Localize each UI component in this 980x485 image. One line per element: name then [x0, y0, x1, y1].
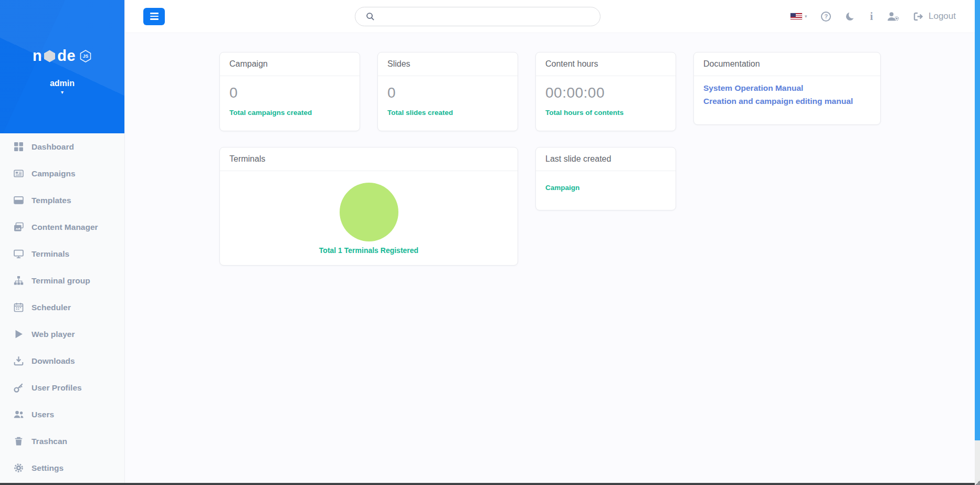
card-title: Campaign [220, 52, 360, 76]
dashboard-content: Campaign 0 Total campaigns created Slide… [125, 33, 975, 483]
js-hexagon-badge-icon: JS [79, 49, 92, 63]
terminal-group-sitemap-icon [14, 276, 24, 286]
sidebar-item-terminal-group[interactable]: Terminal group [0, 267, 124, 294]
sidebar-item-label: Web player [31, 330, 75, 339]
topbar-actions: ▾ ? i [791, 11, 975, 22]
sidebar-item-label: User Profiles [31, 383, 82, 393]
moon-icon [845, 11, 856, 22]
vertical-scrollbar-thumb[interactable] [975, 0, 980, 440]
slides-caption: Total slides created [387, 109, 508, 117]
logout-icon [913, 12, 924, 21]
terminals-caption: Total 1 Terminals Registered [319, 246, 418, 255]
sidebar-item-users[interactable]: Users [0, 401, 124, 428]
logo-badge-text: JS [79, 50, 92, 62]
scheduler-calendar-icon [14, 302, 24, 312]
terminals-chart-card: Terminals Total 1 Terminals Registered [219, 147, 518, 266]
doc-link-campaign-editing-manual[interactable]: Creation and campaign editing manual [703, 97, 871, 106]
us-flag-icon [791, 13, 802, 19]
card-title: Terminals [220, 147, 518, 171]
card-title: Last slide created [536, 147, 676, 171]
content-hours-value: 00:00:00 [545, 85, 666, 101]
campaign-stat-card: Campaign 0 Total campaigns created [219, 52, 360, 131]
search-icon [366, 12, 375, 21]
sidebar-item-dashboard[interactable]: Dashboard [0, 133, 124, 160]
search-zone [165, 7, 791, 26]
terminals-pie-chart [340, 183, 398, 241]
logout-label: Logout [929, 11, 956, 22]
chevron-down-icon: ▾ [805, 14, 807, 19]
settings-gear-icon [14, 463, 24, 473]
card-title: Content hours [536, 52, 676, 76]
users-icon [14, 409, 24, 419]
card-title: Slides [378, 52, 518, 76]
card-title: Documentation [694, 52, 880, 76]
sidebar-item-label: Terminal group [31, 276, 90, 286]
documentation-card: Documentation System Operation Manual Cr… [693, 52, 881, 125]
logo-text: de [57, 48, 76, 64]
terminals-monitor-icon [14, 249, 24, 259]
dashboard-grid-icon [14, 142, 24, 152]
sidebar-item-label: Campaigns [31, 169, 76, 178]
templates-icon [14, 195, 24, 205]
doc-link-system-operation-manual[interactable]: System Operation Manual [703, 83, 871, 93]
scrollbar-corner [975, 480, 980, 485]
sidebar-toggle-button[interactable] [143, 8, 165, 25]
content-hours-caption: Total hours of contents [545, 109, 666, 117]
sidebar-item-label: Scheduler [31, 303, 71, 312]
sidebar-item-web-player[interactable]: Web player [0, 321, 124, 347]
last-slide-campaign-link[interactable]: Campaign [545, 184, 579, 192]
user-profiles-key-icon [14, 383, 24, 393]
campaigns-icon [14, 168, 24, 178]
campaign-count-value: 0 [229, 85, 350, 101]
sidebar-item-user-profiles[interactable]: User Profiles [0, 374, 124, 401]
sidebar-item-label: Users [31, 410, 54, 419]
language-selector[interactable]: ▾ [791, 13, 807, 19]
sidebar-item-label: Settings [31, 463, 64, 473]
downloads-icon [14, 356, 24, 366]
search-input[interactable] [381, 7, 600, 26]
about-button[interactable]: i [870, 11, 873, 22]
content-hours-stat-card: Content hours 00:00:00 Total hours of co… [535, 52, 676, 131]
app-screen: n de JS admin ▾ [0, 0, 980, 485]
content-manager-images-icon [14, 222, 24, 232]
dark-mode-button[interactable] [845, 11, 856, 22]
search-box[interactable] [355, 7, 600, 26]
sidebar-item-label: Templates [31, 196, 71, 205]
logo-text: n [33, 48, 42, 64]
slides-stat-card: Slides 0 Total slides created [377, 52, 518, 131]
sidebar-item-label: Dashboard [31, 142, 74, 152]
user-gear-icon [887, 12, 899, 22]
sidebar-item-terminals[interactable]: Terminals [0, 240, 124, 267]
nodejs-logo: n de JS [0, 0, 124, 64]
sidebar-item-content-manager[interactable]: Content Manager [0, 214, 124, 240]
current-user-name: admin [0, 79, 124, 88]
web-player-play-icon [14, 329, 24, 339]
sidebar-item-label: Trashcan [31, 437, 67, 446]
sidebar-item-templates[interactable]: Templates [0, 187, 124, 214]
user-menu-caret-icon[interactable]: ▾ [0, 90, 124, 95]
sidebar: n de JS admin ▾ [0, 0, 125, 483]
info-icon: i [870, 11, 873, 22]
help-icon: ? [821, 12, 831, 22]
logout-button[interactable]: Logout [913, 11, 956, 22]
sidebar-item-downloads[interactable]: Downloads [0, 347, 124, 374]
vertical-scrollbar[interactable] [975, 0, 980, 483]
sidebar-item-scheduler[interactable]: Scheduler [0, 294, 124, 321]
hamburger-icon [150, 18, 159, 20]
sidebar-item-label: Downloads [31, 356, 75, 366]
cards-grid: Campaign 0 Total campaigns created Slide… [219, 52, 880, 266]
slides-count-value: 0 [387, 85, 508, 101]
hamburger-icon [150, 13, 159, 14]
sidebar-item-trashcan[interactable]: Trashcan [0, 428, 124, 455]
sidebar-header: n de JS admin ▾ [0, 0, 124, 133]
topbar: ▾ ? i [125, 0, 975, 33]
horizontal-scrollbar[interactable] [0, 483, 980, 485]
account-settings-button[interactable] [887, 12, 899, 22]
sidebar-item-campaigns[interactable]: Campaigns [0, 160, 124, 187]
trashcan-icon [14, 436, 24, 446]
sidebar-item-label: Content Manager [31, 223, 98, 232]
sidebar-item-label: Terminals [31, 249, 69, 259]
sidebar-item-settings[interactable]: Settings [0, 455, 124, 481]
help-button[interactable]: ? [821, 12, 831, 22]
hexagon-icon [43, 49, 56, 63]
